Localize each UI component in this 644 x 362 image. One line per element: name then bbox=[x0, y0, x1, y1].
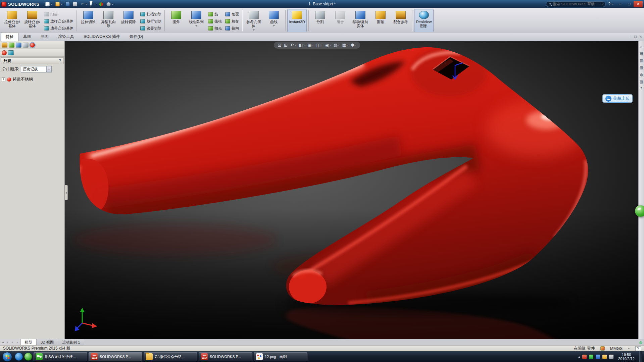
taskbar-window-solidworks-2015[interactable]: SW 2015 SOLIDWORKS P... bbox=[89, 352, 142, 361]
tab-next-button[interactable]: › bbox=[10, 340, 15, 345]
doc-close-button[interactable]: × bbox=[640, 35, 642, 39]
tab-motion-study[interactable]: 运动算例 1 bbox=[58, 339, 84, 345]
tab-render-tools[interactable]: 渲染工具 bbox=[53, 32, 79, 41]
tray-security-icon[interactable] bbox=[582, 355, 587, 359]
tray-antivirus-icon[interactable] bbox=[589, 355, 593, 359]
options-button[interactable] bbox=[105, 1, 114, 7]
graphics-viewport[interactable]: ⊡ ⊞ ↶ ◧ ▣ ◫ ◉ ◍ ▦ ✱ ☁ 拖拽上传 bbox=[65, 41, 638, 339]
security-quicklaunch-icon[interactable] bbox=[24, 353, 32, 361]
tab-model[interactable]: 模型 bbox=[21, 339, 37, 345]
file-explorer-tab-icon[interactable]: ▥ bbox=[640, 58, 643, 63]
tab-features[interactable]: 特征 bbox=[1, 32, 18, 41]
tab-surfaces[interactable]: 曲面 bbox=[36, 32, 53, 41]
dome-button[interactable]: 圆顶 bbox=[371, 9, 390, 32]
mirror-button[interactable]: 镜向 bbox=[224, 25, 240, 32]
minimize-button[interactable]: – bbox=[615, 1, 625, 7]
boundary-boss-button[interactable]: 边界凸台/基体 bbox=[43, 25, 75, 32]
tray-volume-icon[interactable] bbox=[609, 355, 613, 359]
save-button[interactable] bbox=[64, 1, 71, 7]
hole-wizard-button[interactable]: 异型孔向导 bbox=[99, 9, 118, 32]
doc-restore-button[interactable]: □ bbox=[634, 35, 637, 39]
show-desktop-button[interactable] bbox=[639, 351, 642, 362]
expand-icon[interactable]: + bbox=[2, 77, 5, 81]
apply-scene-button[interactable]: ▦ bbox=[342, 43, 348, 47]
view-orientation-button[interactable]: ▣ bbox=[307, 43, 313, 47]
split-button[interactable]: 分割 bbox=[310, 9, 330, 32]
intersect-button[interactable]: 相交 bbox=[224, 18, 240, 24]
wrap-button[interactable]: 包覆 bbox=[224, 11, 240, 17]
start-button[interactable] bbox=[2, 352, 12, 362]
tab-weldments[interactable]: 焊件(D) bbox=[125, 32, 148, 41]
print-button[interactable] bbox=[72, 1, 78, 7]
configuration-manager-tab-icon[interactable] bbox=[16, 43, 21, 48]
view-settings-button[interactable]: ✱ bbox=[351, 43, 357, 47]
design-library-tab-icon[interactable]: ▤ bbox=[640, 51, 643, 56]
browser-quicklaunch-icon[interactable] bbox=[15, 353, 23, 361]
custom-properties-tab-icon[interactable]: ▨ bbox=[640, 80, 643, 84]
rebuild-button[interactable] bbox=[98, 1, 104, 7]
tree-item-material[interactable]: + 铸造不锈钢 bbox=[2, 76, 63, 82]
status-help-button[interactable]: ? bbox=[635, 346, 641, 351]
select-button[interactable] bbox=[89, 1, 97, 7]
taskbar-clock[interactable]: 19:50 2019/2/12 bbox=[616, 353, 637, 361]
extruded-boss-button[interactable]: 拉伸凸台/基体 bbox=[2, 9, 22, 32]
previous-view-button[interactable]: ↶ bbox=[290, 43, 296, 47]
zoom-fit-button[interactable]: ⊡ bbox=[278, 43, 281, 47]
web-help-icon[interactable]: ◍ bbox=[639, 339, 644, 345]
maximize-button[interactable]: □ bbox=[625, 1, 634, 7]
appearances-scenes-tab-icon[interactable]: ◍ bbox=[640, 72, 643, 77]
revolved-cut-button[interactable]: 旋转切除 bbox=[119, 9, 138, 32]
help-menu-button[interactable]: ? bbox=[608, 2, 613, 6]
tab-prev-button[interactable]: ‹ bbox=[6, 340, 10, 345]
view-scene-lights-icon[interactable] bbox=[8, 50, 14, 55]
swept-cut-button[interactable]: 扫描切除 bbox=[139, 11, 163, 17]
units-selector[interactable]: MMGS bbox=[610, 346, 623, 351]
taskbar-window-paint[interactable]: 12.png - 画图 bbox=[254, 352, 307, 361]
tab-sketch[interactable]: 草图 bbox=[18, 32, 36, 41]
new-document-button[interactable] bbox=[44, 1, 53, 7]
reference-geometry-button[interactable]: 参考几何体 bbox=[244, 9, 263, 32]
revolved-boss-button[interactable]: 旋转凸台/基体 bbox=[22, 9, 42, 32]
feature-manager-tab-icon[interactable] bbox=[2, 43, 7, 48]
shell-button[interactable]: 抽壳 bbox=[207, 25, 223, 32]
mate-reference-button[interactable]: 配合参考 bbox=[391, 9, 410, 32]
3d-scene-canvas[interactable] bbox=[65, 41, 638, 339]
property-manager-tab-icon[interactable] bbox=[9, 43, 14, 48]
zoom-area-button[interactable]: ⊞ bbox=[284, 43, 288, 47]
search-box[interactable] bbox=[546, 1, 606, 7]
close-button[interactable]: × bbox=[634, 1, 643, 7]
drag-upload-button[interactable]: ☁ 拖拽上传 bbox=[602, 94, 633, 103]
home-tab-icon[interactable]: ⌂ bbox=[640, 45, 643, 49]
edit-appearance-button[interactable]: ◍ bbox=[334, 43, 339, 47]
fillet-button[interactable]: 圆角 bbox=[166, 9, 186, 32]
tray-action-center-icon[interactable] bbox=[602, 355, 607, 359]
taskbar-window-folder[interactable]: G:\微信公众号\2-... bbox=[144, 352, 197, 361]
lofted-boss-button[interactable]: 放样凸台/基体 bbox=[43, 18, 75, 24]
tray-expand-button[interactable]: ▴ bbox=[579, 355, 580, 358]
undo-button[interactable]: ↶ bbox=[79, 1, 88, 7]
tray-network-icon[interactable] bbox=[596, 355, 600, 359]
tab-3d-views[interactable]: 3D 视图 bbox=[37, 339, 58, 345]
floating-assistant-ball[interactable] bbox=[635, 205, 644, 217]
rib-button[interactable]: 筋 bbox=[207, 11, 223, 17]
section-view-button[interactable]: ◧ bbox=[299, 43, 305, 47]
sort-order-dropdown[interactable]: 历史记载 bbox=[21, 66, 52, 72]
realview-graphics-button[interactable]: RealView 图形 bbox=[414, 9, 434, 32]
hide-show-items-button[interactable]: ◉ bbox=[325, 43, 331, 47]
pane-help-icon[interactable]: ? bbox=[640, 87, 642, 91]
lofted-cut-button[interactable]: 放样切割 bbox=[139, 18, 163, 24]
extruded-cut-button[interactable]: 拉伸切除 bbox=[79, 9, 98, 32]
display-manager-tab-icon[interactable] bbox=[30, 43, 35, 48]
panel-collapse-handle[interactable]: ◂ bbox=[65, 185, 68, 200]
taskbar-window-solidworks-2017[interactable]: SW 2017 SOLIDWORKS P... bbox=[199, 352, 252, 361]
tab-last-button[interactable]: » bbox=[15, 340, 19, 345]
taskbar-window-wechat[interactable]: 用SW设计的连杆... bbox=[34, 352, 87, 361]
open-button[interactable] bbox=[54, 1, 63, 7]
dimxpert-manager-tab-icon[interactable] bbox=[23, 43, 29, 48]
panel-help-icon[interactable]: ? bbox=[59, 58, 61, 63]
display-style-button[interactable]: ◫ bbox=[316, 43, 323, 47]
boundary-cut-button[interactable]: 边界切除 bbox=[139, 25, 163, 32]
tab-first-button[interactable]: « bbox=[1, 340, 5, 345]
dropdown-caret[interactable] bbox=[46, 66, 51, 72]
draft-button[interactable]: 拔模 bbox=[207, 18, 223, 24]
